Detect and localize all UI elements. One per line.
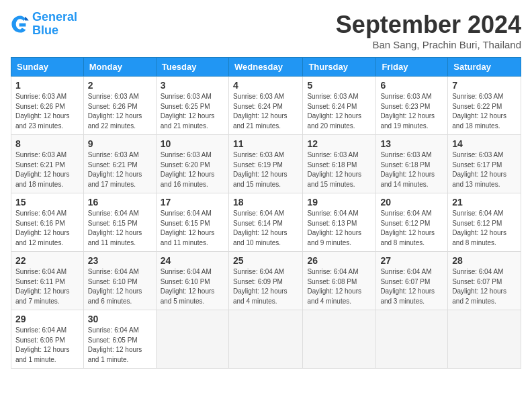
day-number: 16 [88,197,152,208]
calendar-week-row: 29Sunrise: 6:04 AM Sunset: 6:06 PM Dayli… [11,310,521,369]
day-number: 15 [15,197,79,208]
day-number: 22 [15,255,79,266]
day-info: Sunrise: 6:03 AM Sunset: 6:23 PM Dayligh… [380,92,443,131]
col-friday: Friday [376,58,448,77]
logo-text: General Blue [32,11,77,38]
table-row: 28Sunrise: 6:04 AM Sunset: 6:07 PM Dayli… [448,252,521,310]
table-row: 22Sunrise: 6:04 AM Sunset: 6:11 PM Dayli… [11,252,84,310]
day-number: 24 [161,255,224,266]
table-row: 2Sunrise: 6:03 AM Sunset: 6:26 PM Daylig… [83,77,156,135]
day-info: Sunrise: 6:04 AM Sunset: 6:13 PM Dayligh… [307,209,371,248]
table-row: 3Sunrise: 6:03 AM Sunset: 6:25 PM Daylig… [156,77,228,135]
day-info: Sunrise: 6:03 AM Sunset: 6:21 PM Dayligh… [15,150,79,189]
table-row: 9Sunrise: 6:03 AM Sunset: 6:21 PM Daylig… [83,135,156,193]
col-tuesday: Tuesday [156,58,228,77]
table-row: 4Sunrise: 6:03 AM Sunset: 6:24 PM Daylig… [228,77,302,135]
table-row: 10Sunrise: 6:03 AM Sunset: 6:20 PM Dayli… [156,135,228,193]
col-thursday: Thursday [303,58,376,77]
table-row [156,310,228,369]
table-row: 14Sunrise: 6:03 AM Sunset: 6:17 PM Dayli… [448,135,521,193]
day-number: 12 [307,138,371,149]
day-number: 29 [15,314,79,324]
day-number: 7 [452,80,517,91]
day-info: Sunrise: 6:04 AM Sunset: 6:12 PM Dayligh… [380,209,443,248]
table-row: 1Sunrise: 6:03 AM Sunset: 6:26 PM Daylig… [11,77,84,135]
table-row: 30Sunrise: 6:04 AM Sunset: 6:05 PM Dayli… [83,310,156,369]
calendar-header-row: Sunday Monday Tuesday Wednesday Thursday… [11,58,521,77]
day-info: Sunrise: 6:03 AM Sunset: 6:18 PM Dayligh… [380,150,443,189]
table-row: 17Sunrise: 6:04 AM Sunset: 6:15 PM Dayli… [156,193,228,252]
general-blue-logo-icon [11,15,30,34]
calendar-week-row: 8Sunrise: 6:03 AM Sunset: 6:21 PM Daylig… [11,135,521,193]
table-row [448,310,521,369]
day-info: Sunrise: 6:04 AM Sunset: 6:12 PM Dayligh… [452,209,517,248]
calendar-table: Sunday Monday Tuesday Wednesday Thursday… [11,57,521,369]
table-row: 12Sunrise: 6:03 AM Sunset: 6:18 PM Dayli… [303,135,376,193]
day-info: Sunrise: 6:04 AM Sunset: 6:10 PM Dayligh… [161,267,224,306]
day-number: 8 [15,138,79,149]
day-info: Sunrise: 6:04 AM Sunset: 6:16 PM Dayligh… [15,209,79,248]
col-saturday: Saturday [448,58,521,77]
table-row: 6Sunrise: 6:03 AM Sunset: 6:23 PM Daylig… [376,77,448,135]
day-info: Sunrise: 6:03 AM Sunset: 6:22 PM Dayligh… [452,92,517,131]
col-wednesday: Wednesday [228,58,302,77]
day-info: Sunrise: 6:04 AM Sunset: 6:14 PM Dayligh… [233,209,298,248]
day-number: 13 [380,138,443,149]
table-row: 16Sunrise: 6:04 AM Sunset: 6:15 PM Dayli… [83,193,156,252]
day-info: Sunrise: 6:04 AM Sunset: 6:05 PM Dayligh… [88,326,152,365]
table-row: 27Sunrise: 6:04 AM Sunset: 6:07 PM Dayli… [376,252,448,310]
day-number: 27 [380,255,443,266]
day-number: 23 [88,255,152,266]
svg-rect-0 [19,23,26,26]
day-number: 25 [233,255,298,266]
day-number: 4 [233,80,298,91]
day-info: Sunrise: 6:04 AM Sunset: 6:08 PM Dayligh… [307,267,371,306]
month-year-title: September 2024 [336,11,521,39]
table-row: 24Sunrise: 6:04 AM Sunset: 6:10 PM Dayli… [156,252,228,310]
calendar-week-row: 1Sunrise: 6:03 AM Sunset: 6:26 PM Daylig… [11,77,521,135]
day-info: Sunrise: 6:03 AM Sunset: 6:19 PM Dayligh… [233,150,298,189]
location-subtitle: Ban Sang, Prachin Buri, Thailand [336,39,521,50]
page-header: General Blue September 2024 Ban Sang, Pr… [11,11,521,50]
day-info: Sunrise: 6:04 AM Sunset: 6:15 PM Dayligh… [88,209,152,248]
day-number: 6 [380,80,443,91]
day-info: Sunrise: 6:04 AM Sunset: 6:11 PM Dayligh… [15,267,79,306]
table-row [376,310,448,369]
day-info: Sunrise: 6:03 AM Sunset: 6:24 PM Dayligh… [233,92,298,131]
day-info: Sunrise: 6:04 AM Sunset: 6:15 PM Dayligh… [161,209,224,248]
table-row: 15Sunrise: 6:04 AM Sunset: 6:16 PM Dayli… [11,193,84,252]
table-row: 7Sunrise: 6:03 AM Sunset: 6:22 PM Daylig… [448,77,521,135]
table-row: 23Sunrise: 6:04 AM Sunset: 6:10 PM Dayli… [83,252,156,310]
day-info: Sunrise: 6:03 AM Sunset: 6:20 PM Dayligh… [161,150,224,189]
day-number: 28 [452,255,517,266]
table-row: 5Sunrise: 6:03 AM Sunset: 6:24 PM Daylig… [303,77,376,135]
table-row: 25Sunrise: 6:04 AM Sunset: 6:09 PM Dayli… [228,252,302,310]
day-number: 11 [233,138,298,149]
calendar-week-row: 15Sunrise: 6:04 AM Sunset: 6:16 PM Dayli… [11,193,521,252]
day-info: Sunrise: 6:03 AM Sunset: 6:17 PM Dayligh… [452,150,517,189]
day-number: 18 [233,197,298,208]
day-info: Sunrise: 6:03 AM Sunset: 6:18 PM Dayligh… [307,150,371,189]
day-number: 17 [161,197,224,208]
col-monday: Monday [83,58,156,77]
day-number: 26 [307,255,371,266]
table-row: 18Sunrise: 6:04 AM Sunset: 6:14 PM Dayli… [228,193,302,252]
day-info: Sunrise: 6:03 AM Sunset: 6:21 PM Dayligh… [88,150,152,189]
table-row: 11Sunrise: 6:03 AM Sunset: 6:19 PM Dayli… [228,135,302,193]
table-row: 26Sunrise: 6:04 AM Sunset: 6:08 PM Dayli… [303,252,376,310]
day-info: Sunrise: 6:04 AM Sunset: 6:07 PM Dayligh… [380,267,443,306]
day-number: 9 [88,138,152,149]
title-section: September 2024 Ban Sang, Prachin Buri, T… [336,11,521,50]
day-info: Sunrise: 6:04 AM Sunset: 6:06 PM Dayligh… [15,326,79,365]
table-row: 8Sunrise: 6:03 AM Sunset: 6:21 PM Daylig… [11,135,84,193]
day-info: Sunrise: 6:03 AM Sunset: 6:24 PM Dayligh… [307,92,371,131]
col-sunday: Sunday [11,58,84,77]
day-info: Sunrise: 6:04 AM Sunset: 6:09 PM Dayligh… [233,267,298,306]
day-number: 21 [452,197,517,208]
table-row: 29Sunrise: 6:04 AM Sunset: 6:06 PM Dayli… [11,310,84,369]
day-info: Sunrise: 6:03 AM Sunset: 6:26 PM Dayligh… [88,92,152,131]
day-number: 14 [452,138,517,149]
day-number: 3 [161,80,224,91]
table-row: 21Sunrise: 6:04 AM Sunset: 6:12 PM Dayli… [448,193,521,252]
table-row [228,310,302,369]
